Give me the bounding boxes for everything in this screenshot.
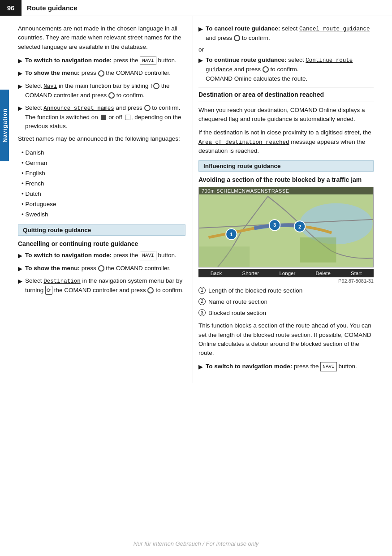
map-image: 700m SCHELMENWASENSTRASSE 1 2 (198, 187, 374, 267)
list-item: 1 Length of the blocked route section (198, 286, 374, 295)
list-item: Dutch (22, 189, 185, 199)
right-column: ▶ To cancel route guidance: select Cance… (193, 16, 381, 383)
navi-box: NAVI (140, 56, 156, 65)
number-badge: 3 (198, 309, 206, 316)
mono-text: Destination (43, 278, 81, 284)
checkbox-off (125, 115, 130, 120)
list-item: 3 Blocked route section (198, 309, 374, 318)
toolbar-longer[interactable]: Longer (279, 271, 295, 276)
left-column: Announcements are not made in the chosen… (9, 16, 193, 383)
knob-icon (144, 105, 151, 111)
svg-text:3: 3 (273, 222, 276, 228)
list-item: ▶ To switch to navigation mode: press th… (198, 362, 374, 371)
section-header-quitting: Quitting route guidance (18, 224, 185, 236)
mono-text: Cancel route guidance (299, 26, 370, 32)
mono-text: Navi (43, 83, 57, 90)
arrow-icon: ▶ (18, 277, 22, 286)
dest-reached-title: Destination or area of destination reach… (198, 91, 374, 98)
subsection-title: Cancelling or continuing route guidance (18, 240, 185, 247)
list-item: 2 Name of route section (198, 297, 374, 306)
list-item: German (22, 158, 185, 168)
svg-rect-9 (199, 246, 250, 267)
map-label-bar: 700m SCHELMENWASENSTRASSE (199, 187, 373, 194)
arrow-icon: ▶ (18, 56, 22, 65)
number-badge: 1 (198, 287, 206, 294)
list-item: ▶ To continue route guidance: select Con… (198, 56, 374, 83)
mono-text: Announce street names (43, 105, 114, 112)
arrow-icon: ▶ (18, 69, 22, 78)
arrow-icon: ▶ (198, 362, 203, 371)
list-item: Danish (22, 148, 185, 158)
page-title: Route guidance (22, 0, 78, 16)
knob-icon (98, 70, 104, 77)
map-caption: P92.87-8081-31 (198, 278, 374, 284)
list-item: Portuguese (22, 199, 185, 210)
map-toolbar: Back Shorter Longer Delete Start (198, 269, 374, 277)
svg-text:2: 2 (298, 224, 301, 229)
knob-icon (263, 66, 269, 73)
divider (198, 102, 374, 102)
toolbar-start[interactable]: Start (351, 271, 362, 276)
list-item: ▶ To switch to navigation mode: press th… (18, 56, 185, 65)
arrow-icon: ▶ (198, 56, 203, 65)
function-text: This function blocks a section of the ro… (198, 321, 374, 358)
dest-reached-text1: When you reach your destination, COMAND … (198, 106, 374, 124)
list-item: English (22, 168, 185, 179)
bullet-bold: To switch to navigation mode: (25, 252, 112, 259)
arrow-icon: ▶ (18, 82, 22, 91)
list-item: ▶ To switch to navigation mode: press th… (18, 251, 185, 260)
arrow-icon: ▶ (18, 104, 22, 113)
list-item: Swedish (22, 210, 185, 220)
bullet-bold: To switch to navigation mode: (25, 57, 112, 64)
navi-box: NAVI (320, 362, 336, 371)
nav-tab: Navigation (0, 90, 9, 161)
list-item: ▶ To show the menu: press the COMAND con… (18, 264, 185, 273)
bullet-bold: To switch to navigation mode: (206, 363, 292, 370)
traffic-jam-title: Avoiding a section of the route blocked … (198, 176, 374, 183)
section-header-influencing: Influencing route guidance (198, 160, 374, 172)
knob-icon (153, 83, 159, 89)
bullet-bold: To show the menu: (25, 265, 80, 272)
knob-icon (108, 92, 115, 99)
mono-text: Area of destination reached (198, 139, 289, 146)
bullet-bold: To cancel route guidance: (206, 25, 280, 32)
or-label: or (198, 46, 374, 53)
bullet-bold: To show the menu: (25, 69, 80, 76)
knob-icon (234, 35, 240, 41)
checkbox-on (101, 115, 106, 120)
list-item: ▶ Select Destination in the navigation s… (18, 276, 185, 295)
map-svg: 1 2 3 (199, 187, 373, 267)
dest-reached-text2: If the destination is not in close proxi… (198, 128, 374, 155)
knob-icon (98, 265, 104, 272)
arrow-icon: ▶ (18, 264, 22, 273)
svg-rect-8 (300, 237, 336, 262)
navi-box: NAVI (140, 251, 156, 260)
bullet-bold: To continue route guidance: (206, 56, 287, 63)
page-number: 96 (0, 0, 22, 16)
list-item: ▶ Select Announce street names and press… (18, 103, 185, 131)
footer-watermark: Nur für internen Gebrauch / For internal… (134, 540, 259, 547)
toolbar-shorter[interactable]: Shorter (242, 271, 259, 276)
divider (198, 87, 374, 87)
page-header: 96 Route guidance (0, 0, 392, 16)
arrow-icon: ▶ (18, 251, 22, 260)
street-names-intro: Street names may be announced in the fol… (18, 134, 185, 143)
knob-icon (147, 287, 154, 293)
arrow-icon: ▶ (198, 25, 203, 34)
language-list: Danish German English French Dutch Portu… (22, 148, 185, 220)
number-badge: 2 (198, 298, 206, 305)
toolbar-back[interactable]: Back (211, 271, 222, 276)
list-item: French (22, 179, 185, 189)
list-item: ▶ Select Navi in the main function bar b… (18, 82, 185, 100)
intro-text: Announcements are not made in the chosen… (18, 24, 185, 52)
toolbar-delete[interactable]: Delete (316, 271, 331, 276)
svg-text:1: 1 (230, 231, 233, 237)
list-item: ▶ To cancel route guidance: select Cance… (198, 24, 374, 43)
list-item: ▶ To show the menu: press the COMAND con… (18, 69, 185, 78)
turn-icon: ⟳ (45, 286, 52, 295)
